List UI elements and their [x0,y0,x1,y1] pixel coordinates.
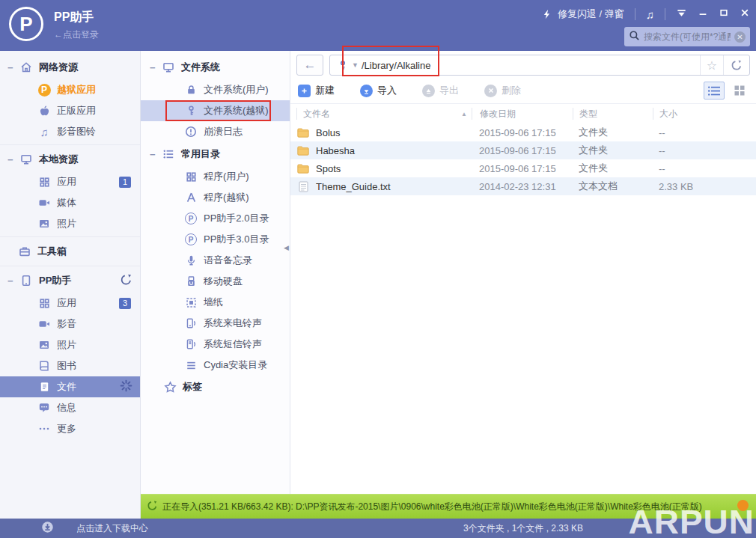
collapse-icon[interactable]: − [150,149,162,160]
minimize-icon[interactable] [698,7,708,21]
tree-section-common-dirs[interactable]: − 常用目录 [141,142,290,166]
favorite-star-icon[interactable]: ☆ [700,55,723,75]
divider [665,8,665,20]
tree-item-call-ringtones[interactable]: 系统来电铃声 [141,313,290,334]
list-view-icon[interactable] [704,82,725,100]
tree-item-cydia-dir[interactable]: Cydia安装目录 [141,355,290,376]
tree-item-wallpaper[interactable]: 墙纸 [141,292,290,313]
column-type[interactable]: 类型 [573,108,653,120]
badge-count: 1 [119,177,131,188]
compass-icon [184,192,198,204]
sms-tone-icon [184,338,198,350]
theme-icon[interactable] [676,7,687,22]
music-note-icon: ♫ [37,126,51,138]
sidebar-item-local-apps[interactable]: 应用 1 [0,171,140,192]
maximize-icon[interactable] [719,7,729,21]
tree-item-pp2-dir[interactable]: P PP助手2.0目录 [141,208,290,229]
table-row[interactable]: Spots 2015-09-06 17:15 文件夹 -- [290,159,756,177]
sidebar-item-toolbox[interactable]: 工具箱 [0,239,140,263]
photo-icon [37,218,51,230]
mic-icon [184,254,198,266]
title-bar: P PP助手 ←点击登录 修复闪退 / 弹窗 ♫ ✕ [0,0,756,51]
selection-summary: 3个文件夹 , 1个文件 , 2.33 KB [290,519,756,538]
column-name[interactable]: 文件名▲ [296,108,472,120]
divider [0,144,140,145]
export-button[interactable]: 导出 [422,84,459,97]
collapse-icon[interactable]: − [7,62,19,73]
sidebar-item-genuine-apps[interactable]: 正版应用 [0,100,140,121]
delete-icon [484,85,497,97]
apps-grid-icon [37,297,51,309]
close-icon[interactable] [740,7,750,21]
sidebar-item-device-apps[interactable]: 应用 3 [0,293,140,314]
delete-button[interactable]: 删除 [484,84,521,97]
apps-grid-icon [37,176,51,188]
column-size[interactable]: 大小 [653,108,756,120]
sidebar-item-device-photos[interactable]: 照片 [0,334,140,355]
refresh-path-icon[interactable] [723,55,749,75]
table-row[interactable]: Theme_Guide.txt 2014-02-23 12:31 文本文档 2.… [290,177,756,195]
tree-item-filesystem-user[interactable]: 文件系统(用户) [141,79,290,100]
tree-item-sms-tones[interactable]: 系统短信铃声 [141,334,290,355]
sidebar-item-device-books[interactable]: 图书 [0,355,140,376]
tree-item-programs-user[interactable]: 程序(用户) [141,166,290,187]
sidebar-item-device-files[interactable]: 文件 [0,376,140,397]
device-icon [19,275,33,287]
tree-item-pp3-dir[interactable]: P PP助手3.0目录 [141,229,290,250]
download-center-button[interactable]: 点击进入下载中心 [41,519,148,538]
import-progress-bar: 正在导入(351.21 KB/663.42 KB): D:\PP资讯发布-201… [141,494,756,519]
sidebar-item-local-photos[interactable]: 照片 [0,213,140,234]
toolbox-icon [18,245,31,257]
collapse-icon[interactable]: − [7,275,19,287]
sidebar-section-device[interactable]: − PP助手 [0,269,140,293]
status-bar: 点击进入下载中心 3个文件夹 , 1个文件 , 2.33 KB [0,519,756,538]
sidebar-item-device-more[interactable]: 更多 [0,418,140,439]
tree-item-filesystem-jailbreak[interactable]: 文件系统(越狱) [141,100,290,121]
path-field[interactable]: ▼ /Library/Alkaline ☆ [329,55,750,76]
new-icon [298,85,311,97]
search-bar[interactable]: ✕ [624,27,750,46]
sidebar-item-local-media[interactable]: 媒体 [0,192,140,213]
tree-item-tags[interactable]: 标签 [141,376,290,398]
collapse-icon[interactable]: − [150,62,162,73]
folder-icon [296,128,310,138]
back-button[interactable]: ← [296,55,323,76]
search-input[interactable] [644,31,731,42]
music-icon[interactable]: ♫ [646,9,654,20]
pp-logo: P [9,7,43,41]
divider [0,236,140,237]
current-path[interactable]: /Library/Alkaline [362,60,700,71]
tree-section-filesystem[interactable]: − 文件系统 [141,55,290,79]
login-hint[interactable]: ←点击登录 [54,28,99,41]
table-row[interactable]: Habesha 2015-09-06 17:15 文件夹 -- [290,141,756,159]
video-icon [37,318,51,330]
sidebar-item-device-messages[interactable]: 信息 [0,397,140,418]
sidebar-item-media-ringtones[interactable]: ♫ 影音图铃 [0,121,140,142]
tree-item-crash-logs[interactable]: 崩溃日志 [141,121,290,142]
sidebar-item-device-media[interactable]: 影音 [0,314,140,334]
tree-item-programs-jailbreak[interactable]: 程序(越狱) [141,187,290,208]
chevron-down-icon[interactable]: ▼ [352,61,359,69]
collapse-icon[interactable]: − [7,154,19,165]
panel-collapse-handle[interactable]: ◀ [284,244,289,251]
tree-item-external-drive[interactable]: 移动硬盘 [141,271,290,292]
ringtone-icon [184,317,198,329]
grid-view-icon[interactable] [731,82,749,100]
sidebar-section-local[interactable]: − 本地资源 [0,147,140,171]
tree-item-voice-memos[interactable]: 语音备忘录 [141,250,290,271]
table-row[interactable]: Bolus 2015-09-06 17:15 文件夹 -- [290,123,756,141]
import-button[interactable]: 导入 [360,84,397,97]
clear-search-icon[interactable]: ✕ [734,31,746,43]
sort-asc-icon[interactable]: ▲ [461,111,467,117]
sidebar-item-jailbreak-apps[interactable]: P 越狱应用 [0,79,140,100]
fix-crash-button[interactable]: 修复闪退 / 弹窗 [540,7,624,21]
lightning-icon [540,8,554,20]
spinner-icon [120,379,132,394]
new-button[interactable]: 新建 [298,84,335,97]
search-icon [629,30,640,44]
refresh-icon[interactable] [120,273,132,288]
column-date[interactable]: 修改日期 [472,108,573,120]
apple-icon [37,105,51,117]
sidebar-section-network[interactable]: − 网络资源 [0,55,140,79]
divider [635,8,635,20]
